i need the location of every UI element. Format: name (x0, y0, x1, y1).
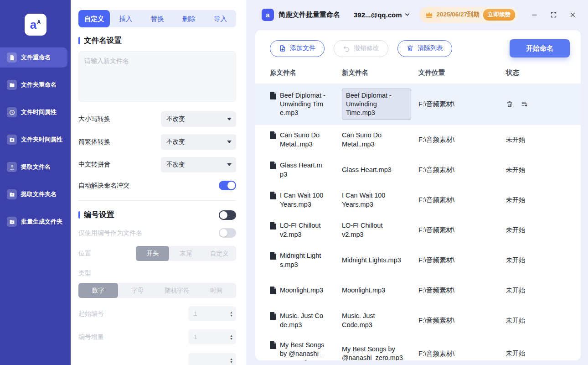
window-controls (531, 11, 576, 18)
renew-button[interactable]: 立即续费 (483, 9, 515, 21)
sidebar-item-label: 文件夹时间属性 (21, 136, 62, 144)
segment-option[interactable]: 字母 (118, 283, 158, 298)
start-rename-button[interactable]: 开始命名 (510, 39, 570, 57)
new-filename-input[interactable] (78, 51, 236, 102)
original-filename: My Best Songs by @nanashi_zero.mp3 (280, 341, 325, 360)
clear-list-button[interactable]: 清除列表 (397, 40, 452, 57)
tab-item[interactable]: 替换 (141, 10, 173, 27)
extract-foldername-icon (7, 189, 17, 199)
table-row[interactable]: Music. Just Code.mp3Music. Just Code.mp3… (255, 306, 581, 336)
increment-value: 1 (194, 334, 197, 340)
toolbar: 添加文件 撤销修改 清除列表 开始命名 (255, 30, 581, 65)
folder-time-icon (7, 135, 17, 145)
numbering-settings-title: 编号设置 (84, 210, 215, 220)
start-number-value: 1 (194, 310, 197, 317)
status-label: 未开始 (506, 166, 572, 174)
new-filename-editbox[interactable]: Beef Diplomat - Unwinding Time.mp3 (342, 89, 411, 120)
select-dropdown[interactable]: 不改变 (161, 111, 236, 127)
license-badge: 2025/06/27到期 立即续费 (420, 7, 518, 23)
table-row[interactable]: I Can Wait 100 Years.mp3I Can Wait 100 Y… (255, 185, 581, 215)
original-filename: Can Suno Do Metal..mp3 (280, 131, 325, 148)
segment-option[interactable]: 末尾 (169, 246, 202, 261)
sidebar-item-label: 批量生成文件夹 (21, 218, 62, 226)
table-row[interactable]: Midnight Lights.mp3Midnight Lights.mp3F:… (255, 245, 581, 276)
folder-rename-icon (7, 80, 17, 90)
maximize-icon[interactable] (550, 11, 557, 18)
status-label: 未开始 (506, 317, 572, 325)
select-dropdown[interactable]: 不改变 (161, 157, 236, 172)
new-filename: LO-FI Chillout v2.mp3 (342, 221, 406, 239)
original-filename: Glass Heart.mp3 (280, 161, 325, 178)
start-number-label: 起始编号 (78, 310, 104, 318)
start-number-input[interactable]: 1 ▲▼ (188, 306, 236, 321)
column-header: 原文件名 (270, 68, 342, 77)
stepper-icons[interactable]: ▲▼ (230, 311, 233, 317)
partial-number-input[interactable]: ▲▼ (188, 353, 236, 365)
divider (78, 200, 236, 201)
new-filename: Music. Just Code.mp3 (342, 312, 406, 329)
file-icon (270, 287, 276, 294)
sidebar-item[interactable]: 文件夹重命名 (0, 75, 67, 95)
sidebar-item[interactable]: 文件夹时间属性 (0, 130, 67, 150)
segment-option[interactable]: 数字 (78, 283, 118, 298)
table-row[interactable]: My Best Songs by @nanashi_zero.mp3My Bes… (255, 336, 581, 360)
table-row[interactable]: Can Suno Do Metal..mp3Can Suno Do Metal.… (255, 125, 581, 155)
sidebar-item[interactable]: 批量生成文件夹 (0, 212, 67, 232)
batch-create-folder-icon (7, 217, 17, 227)
sidebar-item[interactable]: 文件重命名 (0, 47, 67, 68)
clear-list-label: 清除列表 (418, 44, 443, 52)
segment-option[interactable]: 随机字符 (157, 283, 197, 298)
file-location: F:\音频素材\ (418, 226, 506, 235)
auto-resolve-conflict-toggle[interactable] (219, 181, 236, 190)
logo-letter: a (30, 19, 36, 31)
tab-active[interactable]: 自定义 (78, 10, 110, 27)
select-value: 不改变 (166, 115, 185, 123)
delete-icon[interactable] (506, 100, 513, 108)
sidebar-item[interactable]: 提取文件名 (0, 157, 67, 177)
file-icon (270, 131, 276, 139)
close-icon[interactable] (569, 11, 576, 18)
sidebar-item-label: 文件夹重命名 (21, 81, 57, 89)
file-location: F:\音频素材\ (418, 136, 506, 144)
file-icon (270, 222, 276, 229)
reorder-icon[interactable] (521, 100, 528, 108)
select-value: 不改变 (166, 161, 185, 169)
segment-option[interactable]: 开头 (136, 246, 169, 261)
tab-item[interactable]: 删除 (173, 10, 205, 27)
sidebar-item-label: 提取文件夹名 (21, 190, 57, 198)
segment-option[interactable]: 自定义 (203, 246, 236, 261)
stepper-icons[interactable]: ▲▼ (230, 357, 233, 364)
file-location: F:\音频素材\ (418, 196, 506, 204)
file-rename-icon (7, 52, 17, 63)
status-label: 未开始 (506, 226, 572, 235)
only-number-toggle[interactable] (219, 228, 236, 238)
account-menu[interactable]: 392...@qq.com (354, 11, 410, 19)
main-area: a 简鹿文件批量重命名 392...@qq.com 2025/06/27到期 立… (246, 0, 588, 365)
table-row[interactable]: Moonlight.mp3Moonlight.mp3F:\音频素材\未开始 (255, 276, 581, 306)
sidebar-item[interactable]: 提取文件夹名 (0, 184, 67, 204)
table-row[interactable]: LO-FI Chillout v2.mp3LO-FI Chillout v2.m… (255, 215, 581, 245)
sidebar-item[interactable]: 文件时间属性 (0, 102, 67, 122)
stepper-icons[interactable]: ▲▼ (230, 334, 233, 340)
titlebar: a 简鹿文件批量重命名 392...@qq.com 2025/06/27到期 立… (246, 0, 588, 29)
status-label: 未开始 (506, 256, 572, 265)
segment-option[interactable]: 时间 (197, 283, 237, 298)
table-row[interactable]: Glass Heart.mp3Glass Heart.mp3F:\音频素材\未开… (255, 155, 581, 185)
select-dropdown[interactable]: 不改变 (161, 134, 236, 150)
status-label: 未开始 (506, 196, 572, 204)
undo-button[interactable]: 撤销修改 (334, 40, 388, 57)
original-filename: Music. Just Code.mp3 (280, 312, 325, 329)
logo-letter-small: A (37, 19, 41, 25)
license-expiry: 2025/06/27到期 (437, 10, 480, 19)
new-filename: My Best Songs by @nanashi_zero.mp3 (342, 345, 406, 360)
tab-item[interactable]: 插入 (110, 10, 141, 27)
only-number-label: 仅使用编号作为文件名 (78, 229, 142, 237)
numbering-toggle[interactable] (219, 210, 236, 220)
column-header: 状态 (506, 68, 572, 77)
add-files-button[interactable]: 添加文件 (270, 40, 325, 57)
tab-item[interactable]: 导入 (205, 10, 236, 27)
minimize-icon[interactable] (531, 11, 538, 18)
file-location: F:\音频素材\ (418, 256, 506, 265)
table-row[interactable]: Beef Diplomat - Unwinding Time.mp3Beef D… (255, 83, 581, 125)
increment-input[interactable]: 1 ▲▼ (188, 329, 236, 344)
